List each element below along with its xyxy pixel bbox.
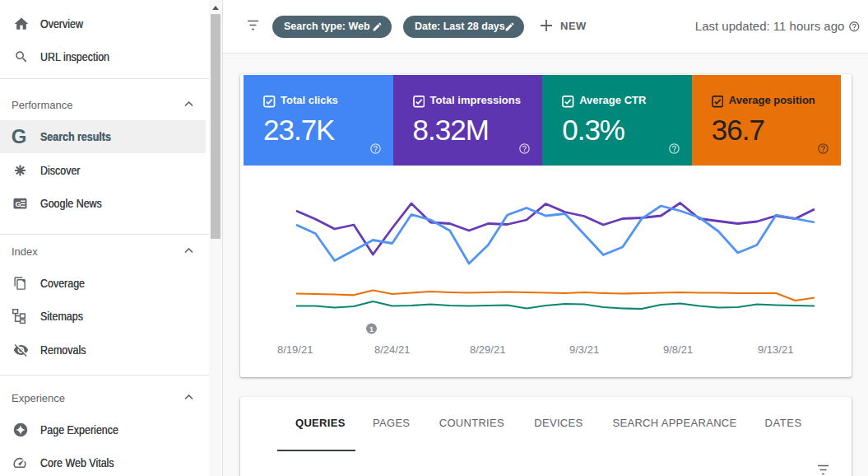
svg-text:1: 1 bbox=[369, 325, 374, 334]
svg-text:G: G bbox=[15, 200, 21, 208]
